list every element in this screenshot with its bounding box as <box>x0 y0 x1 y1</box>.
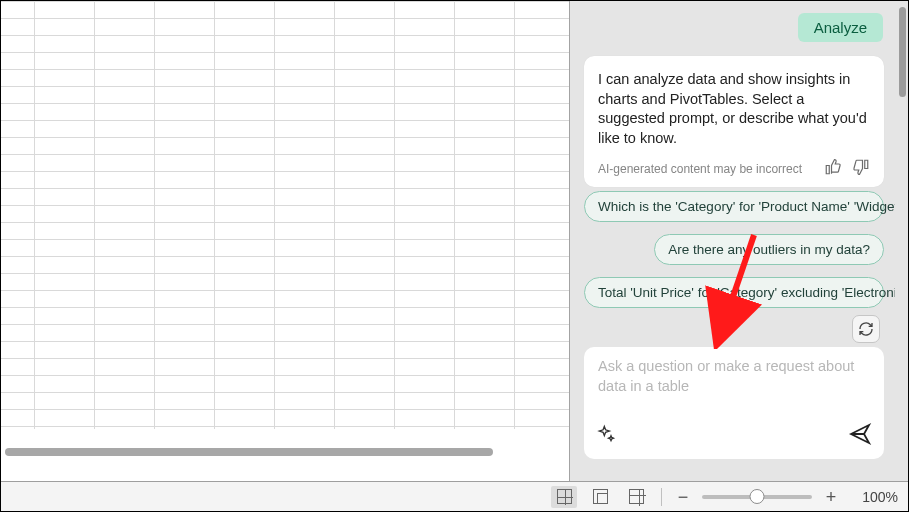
send-button[interactable] <box>848 422 872 449</box>
view-normal-button[interactable] <box>551 486 577 508</box>
zoom-out-button[interactable]: − <box>674 488 692 506</box>
horizontal-scroll-thumb[interactable] <box>5 448 493 456</box>
grid-view-icon <box>557 489 572 504</box>
separator <box>661 488 662 506</box>
refresh-icon <box>858 321 874 337</box>
prompt-placeholder: Ask a question or make a request about d… <box>598 357 870 396</box>
status-bar: − + 100% <box>1 481 908 511</box>
view-page-layout-button[interactable] <box>587 486 613 508</box>
suggestion-chip[interactable]: Total 'Unit Price' for 'Category' exclud… <box>584 277 884 308</box>
content-area: Analyze I can analyze data and show insi… <box>1 1 908 481</box>
zoom-slider-knob[interactable] <box>750 489 765 504</box>
thumbs-up-icon[interactable] <box>824 158 842 179</box>
prompt-suggestions: Which is the 'Category' for 'Product Nam… <box>584 191 884 308</box>
grid-lines <box>1 1 569 429</box>
assistant-message-text: I can analyze data and show insights in … <box>598 70 870 148</box>
prompt-input-card[interactable]: Ask a question or make a request about d… <box>584 347 884 459</box>
copilot-panel: Analyze I can analyze data and show insi… <box>569 1 908 481</box>
assistant-message-card: I can analyze data and show insights in … <box>584 56 884 187</box>
refresh-suggestions-button[interactable] <box>852 315 880 343</box>
send-icon <box>848 422 872 446</box>
app-window: Analyze I can analyze data and show insi… <box>0 0 909 512</box>
view-page-break-button[interactable] <box>623 486 649 508</box>
page-break-icon <box>629 489 644 504</box>
spreadsheet-grid[interactable] <box>1 1 569 481</box>
thumbs-down-icon[interactable] <box>852 158 870 179</box>
panel-scroll-thumb[interactable] <box>899 7 906 97</box>
suggestion-chip[interactable]: Are there any outliers in my data? <box>654 234 884 265</box>
suggestion-chip[interactable]: Which is the 'Category' for 'Product Nam… <box>584 191 884 222</box>
zoom-slider[interactable] <box>702 495 812 499</box>
sparkle-icon[interactable] <box>596 424 616 447</box>
zoom-in-button[interactable]: + <box>822 488 840 506</box>
page-layout-icon <box>593 489 608 504</box>
ai-disclaimer: AI-generated content may be incorrect <box>598 162 802 176</box>
analyze-tag[interactable]: Analyze <box>798 13 883 42</box>
zoom-level-label[interactable]: 100% <box>850 489 898 505</box>
panel-scrollbar[interactable] <box>895 1 908 481</box>
horizontal-scrollbar[interactable] <box>5 445 565 461</box>
